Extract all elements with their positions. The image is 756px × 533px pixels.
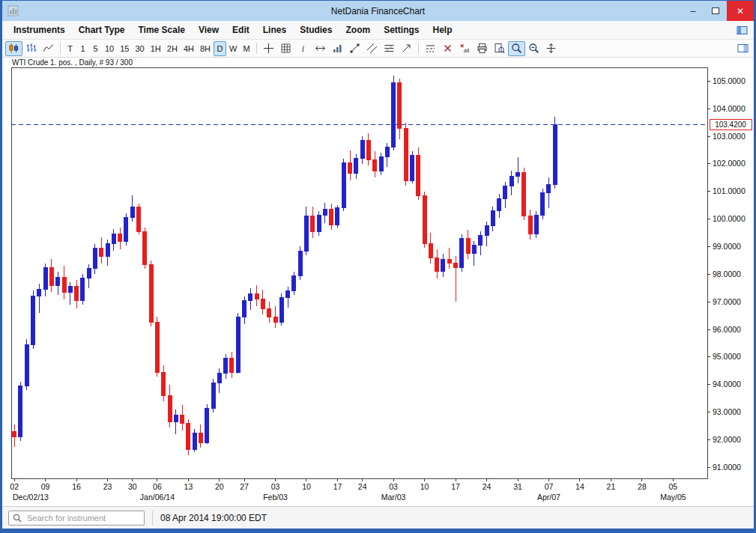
interval-2h-button[interactable]: 2H xyxy=(164,41,181,56)
crosshair-button[interactable] xyxy=(260,41,277,56)
arrow-tool-button[interactable] xyxy=(398,41,415,56)
x-axis-month-label: May/05 xyxy=(660,493,686,502)
svg-text:all: all xyxy=(463,47,469,54)
candle-body xyxy=(404,128,408,180)
candle-body xyxy=(162,372,166,395)
candle-body xyxy=(447,259,451,264)
plot-frame xyxy=(11,67,707,478)
candle-body xyxy=(392,82,396,147)
search-input[interactable] xyxy=(25,513,140,523)
chart-region[interactable]: WTI Crude 1. pos. , Daily, # 93 / 300 10… xyxy=(2,58,754,506)
interval-5m-button[interactable]: 5 xyxy=(89,41,102,56)
menu-lines[interactable]: Lines xyxy=(256,23,293,37)
candle-body xyxy=(348,162,352,174)
info-button[interactable]: i xyxy=(294,41,312,56)
toolbar-separator xyxy=(256,43,257,54)
line-style-icon xyxy=(425,43,436,54)
interval-daily-button[interactable]: D xyxy=(214,41,226,56)
x-axis-month-label: Apr/07 xyxy=(537,493,560,502)
menu-settings[interactable]: Settings xyxy=(377,23,426,37)
line-style-button[interactable] xyxy=(422,41,439,56)
candle-body xyxy=(243,300,247,317)
candle-body xyxy=(298,251,302,275)
volume-button[interactable] xyxy=(329,41,346,56)
interval-1h-button[interactable]: 1H xyxy=(148,41,164,56)
candle-body xyxy=(37,290,41,296)
interval-30m-button[interactable]: 30 xyxy=(133,41,148,56)
maximize-button[interactable] xyxy=(704,1,727,21)
zoom-fit-button[interactable] xyxy=(491,41,508,56)
trend-channel-tool-button[interactable] xyxy=(363,41,381,56)
x-axis-day-label: 28 xyxy=(638,482,647,491)
menu-zoom[interactable]: Zoom xyxy=(339,23,377,37)
y-axis-label: 92.0000 xyxy=(713,435,741,444)
y-axis-label: 95.0000 xyxy=(713,352,741,361)
retracement-tool-button[interactable] xyxy=(381,41,398,56)
minimize-icon: – xyxy=(691,6,696,16)
delete-line-button[interactable] xyxy=(439,41,456,56)
trend-line-tool-button[interactable] xyxy=(346,41,363,56)
delete-all-lines-button[interactable]: all xyxy=(456,41,474,56)
interval-monthly-button[interactable]: M xyxy=(240,41,252,56)
menu-chart-type[interactable]: Chart Type xyxy=(72,23,132,37)
interval-10m-button[interactable]: 10 xyxy=(102,41,117,56)
x-axis-day-label: 14 xyxy=(575,482,584,491)
x-axis-day-label: 09 xyxy=(41,482,50,491)
candle-body xyxy=(261,299,264,309)
zoom-out-button[interactable] xyxy=(525,41,542,56)
zoom-fit-icon xyxy=(494,43,505,54)
axis-scale-button[interactable] xyxy=(542,41,560,56)
candle-body xyxy=(217,374,221,383)
candle-body xyxy=(417,156,420,195)
x-axis-day-label: 27 xyxy=(240,482,249,491)
menu-studies[interactable]: Studies xyxy=(293,23,339,37)
candle-body xyxy=(43,267,47,289)
candle-body xyxy=(49,267,53,285)
menu-time-scale[interactable]: Time Scale xyxy=(131,23,191,37)
menu-edit[interactable]: Edit xyxy=(226,23,256,37)
candle-body xyxy=(279,298,283,323)
close-button[interactable]: ✕ xyxy=(727,1,754,21)
zoom-mode-button[interactable] xyxy=(508,41,525,56)
candle-body xyxy=(360,141,364,159)
y-axis-label: 98.0000 xyxy=(713,269,741,278)
menu-help[interactable]: Help xyxy=(426,23,459,37)
dock-panel-icon[interactable] xyxy=(737,25,748,36)
menu-instruments[interactable]: Instruments xyxy=(7,23,72,37)
candle-body xyxy=(504,186,507,198)
interval-8h-button[interactable]: 8H xyxy=(197,41,214,56)
candle-body xyxy=(454,264,458,268)
ohlc-bars-chart-button[interactable] xyxy=(22,41,40,56)
interval-4h-button[interactable]: 4H xyxy=(181,41,197,56)
menu-view[interactable]: View xyxy=(192,23,226,37)
candle-body xyxy=(528,216,532,234)
line-chart-button[interactable] xyxy=(40,41,57,56)
interval-15m-button[interactable]: 15 xyxy=(117,41,132,56)
y-axis-label: 100.0000 xyxy=(713,214,746,223)
y-axis-label: 97.0000 xyxy=(713,297,741,306)
chart-svg[interactable]: 105.0000104.0000103.0000102.0000101.0000… xyxy=(2,58,754,506)
candle-body xyxy=(168,395,172,421)
x-axis-month-label: Feb/03 xyxy=(263,493,288,502)
interval-tick-button[interactable]: T xyxy=(64,41,76,56)
x-axis-day-label: 05 xyxy=(669,482,678,491)
toolbar-separator xyxy=(60,43,61,54)
candle-body xyxy=(398,82,402,128)
candle-body xyxy=(286,290,290,297)
x-axis-day-label: 17 xyxy=(451,482,460,491)
interval-1m-button[interactable]: 1 xyxy=(76,41,89,56)
scroll-horizontal-button[interactable] xyxy=(312,41,329,56)
maximize-icon xyxy=(712,7,719,14)
interval-weekly-button[interactable]: W xyxy=(226,41,240,56)
ohlc-bars-icon xyxy=(25,43,37,54)
minimize-button[interactable]: – xyxy=(682,1,704,21)
candlestick-chart-button[interactable] xyxy=(5,41,22,56)
print-button[interactable] xyxy=(474,41,491,56)
title-bar[interactable]: NetDania FinanceChart – ✕ xyxy=(2,1,754,21)
instrument-search-box[interactable] xyxy=(8,511,145,526)
candle-body xyxy=(330,210,333,225)
grid-button[interactable] xyxy=(277,41,294,56)
y-axis-label: 104.0000 xyxy=(713,104,746,113)
x-axis-day-label: 31 xyxy=(513,482,522,491)
panel-switch-icon[interactable] xyxy=(737,43,749,54)
